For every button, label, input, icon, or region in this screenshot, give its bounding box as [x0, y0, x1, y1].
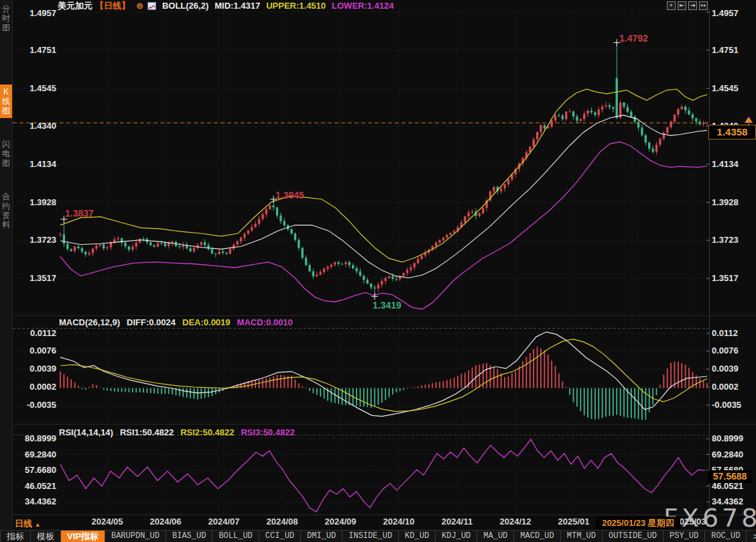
toolbar-more-button[interactable]: >> — [747, 531, 756, 542]
chart-header: 美元加元 【日线】 ⊕ BOLL(26,2) MID:1.4317 UPPER:… — [58, 1, 400, 11]
symbol-title: 美元加元 — [58, 0, 92, 12]
toolbar-tab-kdj_ud[interactable]: KDJ_UD — [436, 531, 477, 542]
macd-header: MACD(26,12,9) DIFF:0.0024 DEA:0.0019 MAC… — [59, 317, 300, 327]
chart-type-icon[interactable] — [147, 2, 156, 10]
crosshair-tool-icon[interactable]: + — [667, 1, 676, 10]
macd-title: MACD(26,12,9) — [59, 317, 120, 327]
sidebar-tab-1[interactable]: 分时图 — [0, 4, 12, 32]
toolbar-tab-boll_ud[interactable]: BOLL_UD — [212, 531, 259, 542]
period-selector[interactable]: 日线 ▲ — [15, 518, 41, 530]
toolbar-tab-dmi_ud[interactable]: DMI_UD — [301, 531, 342, 542]
boll-lower-value: LOWER:1.4124 — [332, 1, 393, 11]
boll-mid-value: MID:1.4317 — [214, 1, 260, 11]
rsi2-value: RSI2:50.4822 — [180, 427, 234, 437]
macd-dea-value: DEA:0.0019 — [182, 317, 231, 327]
axis-zoom-right-icon[interactable]: ⇥ — [688, 1, 697, 10]
toolbar-tab-inside_ud[interactable]: INSIDE_UD — [342, 531, 399, 542]
toolbar-tab-模板[interactable]: 模板 — [31, 531, 61, 542]
toolbar-tab-psy_ud[interactable]: PSY_UD — [664, 531, 705, 542]
sidebar-tab-4[interactable]: 合约资料 — [0, 192, 12, 229]
boll-label: BOLL(26,2) — [162, 1, 208, 11]
toolbar-tab-指标[interactable]: 指标 — [1, 531, 31, 542]
sidebar-tab-3[interactable]: 闪电图 — [0, 140, 12, 168]
toolbar-tab-mtm_ud[interactable]: MTM_UD — [561, 531, 603, 542]
period-tag[interactable]: 【日线】 — [95, 0, 130, 12]
pan-right-icon[interactable]: ↦ — [699, 1, 708, 10]
toolbar-tab-cci_ud[interactable]: CCI_UD — [259, 531, 301, 542]
add-compare-icon[interactable]: ⊕ — [136, 1, 143, 11]
sidebar-tab-2[interactable]: K线图 — [0, 85, 12, 118]
rsi-header: RSI(14,14,14) RSI1:50.4822 RSI2:50.4822 … — [59, 427, 302, 437]
toolbar-tab-macd_ud[interactable]: MACD_UD — [514, 531, 560, 542]
chart-tool-buttons: +⇤⇥↦ — [667, 1, 708, 10]
toolbar-tab-bias_ud[interactable]: BIAS_UD — [166, 531, 212, 542]
rsi3-value: RSI3:50.4822 — [241, 427, 294, 437]
rsi-title: RSI(14,14,14) — [59, 427, 113, 437]
macd-diff-value: DIFF:0.0024 — [127, 317, 176, 327]
bottom-toolbar: 指标模板VIP指标BARUPDN_UDBIAS_UDBOLL_UDCCI_UDD… — [0, 530, 756, 542]
axis-zoom-left-icon[interactable]: ⇤ — [678, 1, 686, 10]
chart-canvas[interactable] — [0, 0, 756, 542]
boll-upper-value: UPPER:1.4510 — [266, 1, 326, 11]
toolbar-tab-vip指标[interactable]: VIP指标 — [61, 531, 105, 542]
dropdown-arrow-icon: ▲ — [35, 521, 41, 528]
sidebar: 分时图K线图闪电图合约资料 — [0, 0, 12, 542]
rsi1-value: RSI1:50.4822 — [120, 427, 174, 437]
macd-macd-value: MACD:0.0010 — [237, 317, 293, 327]
toolbar-tab-ma_ud[interactable]: MA_UD — [477, 531, 514, 542]
period-label: 日线 — [15, 519, 32, 529]
toolbar-tab-outside_ud[interactable]: OUTSIDE_UD — [603, 531, 664, 542]
date-badge: 2025/01/23 星期四 — [596, 517, 680, 529]
current-rsi-badge: 57.5688 — [708, 470, 752, 483]
toolbar-tab-roc_ud[interactable]: ROC_UD — [705, 531, 747, 542]
current-price-badge: 1.4358 — [708, 125, 756, 140]
toolbar-tab-kd_ud[interactable]: KD_UD — [399, 531, 436, 542]
toolbar-tab-barupdn_ud[interactable]: BARUPDN_UD — [105, 531, 166, 542]
trading-app-window: 分时图K线图闪电图合约资料 美元加元 【日线】 ⊕ BOLL(26,2) MID… — [0, 0, 756, 542]
